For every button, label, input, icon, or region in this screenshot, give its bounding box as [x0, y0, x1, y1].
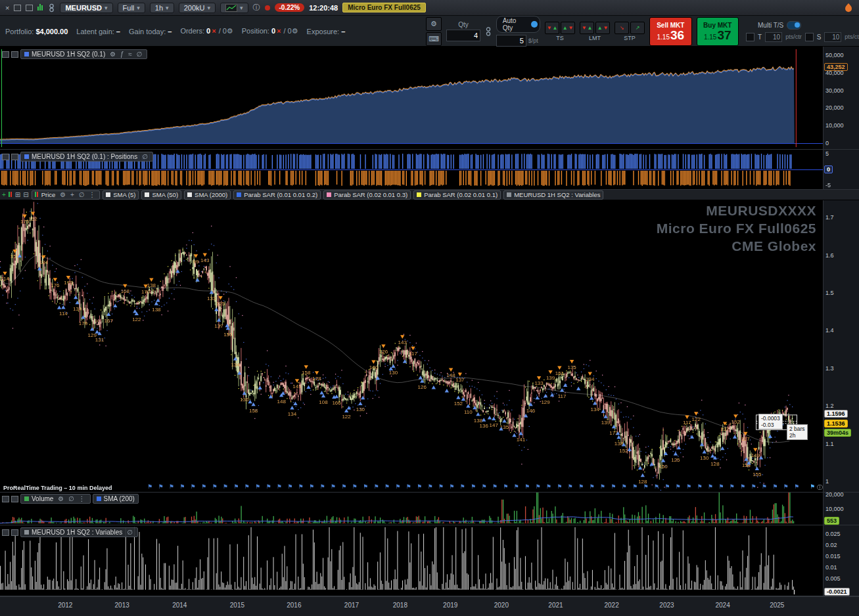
close-icon[interactable]: ×	[5, 4, 9, 12]
buy-ts-button[interactable]: ▲▼	[561, 22, 575, 34]
news-event-icon[interactable]: ⚑	[298, 483, 304, 490]
news-event-icon[interactable]: ⚑	[373, 483, 379, 490]
news-event-icon[interactable]: ⚑	[352, 483, 358, 490]
news-event-icon[interactable]: ⚑	[600, 483, 605, 490]
symbol-select[interactable]: MEURUSD▾	[60, 3, 112, 13]
news-event-icon[interactable]: ⚑	[481, 483, 486, 490]
expand-panel-icon[interactable]	[11, 51, 18, 58]
news-event-icon[interactable]: ⚑	[201, 483, 206, 490]
expand-icon[interactable]: ⊞	[15, 191, 20, 198]
panel-tool-icons[interactable]: ∅	[142, 153, 149, 160]
news-event-icon[interactable]: ⚑	[783, 483, 789, 490]
news-event-icon[interactable]: ⚑	[697, 483, 702, 490]
price-tool-icons[interactable]: ⚙ + ∅ ⋮	[60, 191, 97, 198]
indicator-chip-7[interactable]: MEURUSD 1H SQ2 : Variables	[503, 190, 603, 200]
sell-market-button[interactable]: Sell MKT 1.1536	[649, 17, 691, 46]
news-event-icon[interactable]: ⚑	[794, 483, 799, 490]
keyboard-button[interactable]: ⌨	[426, 32, 442, 46]
news-event-icon[interactable]: ⚑	[664, 483, 670, 490]
auto-qty-toggle[interactable]: Auto Qty	[496, 16, 540, 33]
position-settings-icon[interactable]: ⚙	[292, 27, 298, 35]
indicator-chip-1[interactable]: SMA (5)	[103, 190, 139, 200]
news-event-icon[interactable]: ⚑	[708, 483, 713, 490]
orders-settings-icon[interactable]: ⚙	[227, 27, 233, 35]
buy-stp-button[interactable]: ↗	[630, 22, 645, 34]
target-points-input[interactable]	[765, 32, 782, 42]
news-event-icon[interactable]: ⚑	[331, 483, 336, 490]
news-event-icon[interactable]: ⚑	[341, 483, 346, 490]
expand-panel-icon[interactable]	[11, 154, 18, 160]
collapse-icon[interactable]: ⊟	[23, 191, 28, 198]
multi-ts-toggle[interactable]	[787, 21, 801, 30]
news-event-icon[interactable]: ⚑	[438, 483, 444, 490]
expand-panel-icon[interactable]	[11, 496, 18, 502]
news-event-icon[interactable]: ⚑	[730, 483, 735, 490]
panel-tool-icons[interactable]: ⚙ ƒ ≈ ∅	[110, 51, 143, 58]
news-event-icon[interactable]: ⚑	[212, 483, 217, 490]
volume-sma-chip[interactable]: SMA (200)	[93, 494, 139, 504]
risk-per-point-input[interactable]	[496, 35, 526, 47]
news-event-icon[interactable]: ⚑	[266, 483, 271, 490]
news-event-icon[interactable]: ⚑	[524, 483, 530, 490]
news-event-icon[interactable]: ⚑	[406, 483, 411, 490]
panel-tool-icons[interactable]: ∅	[127, 529, 134, 536]
news-event-icon[interactable]: ⚑	[255, 483, 260, 490]
indicator-chip-6[interactable]: Parab SAR (0.02 0.01 0.1)	[413, 190, 501, 200]
news-event-icon[interactable]: ⚑	[319, 483, 325, 490]
maximize-icon[interactable]	[26, 5, 33, 11]
add-indicator-icon[interactable]: +	[2, 191, 6, 198]
cancel-orders-icon[interactable]: ×	[212, 27, 216, 35]
link-qty-icon[interactable]	[485, 26, 492, 37]
news-event-icon[interactable]: ⚑	[449, 483, 454, 490]
news-event-icon[interactable]: ⚑	[492, 483, 498, 490]
news-event-icon[interactable]: ⚑	[740, 483, 745, 490]
news-event-icon[interactable]: ⚑	[718, 483, 724, 490]
collapse-panel-icon[interactable]	[2, 496, 9, 502]
equity-chart-canvas[interactable]	[0, 47, 823, 150]
stop-checkbox[interactable]	[805, 33, 814, 41]
minimize-icon[interactable]	[14, 5, 21, 11]
news-event-icon[interactable]: ⚑	[158, 483, 163, 490]
news-event-icon[interactable]: ⚑	[546, 483, 551, 490]
news-event-icon[interactable]: ⚑	[384, 483, 390, 490]
news-event-icon[interactable]: ⚑	[460, 483, 465, 490]
buy-lmt-button[interactable]: ▲▼	[595, 22, 610, 34]
indicator-chip-0[interactable]: Price⚙ + ∅ ⋮	[32, 190, 101, 200]
news-event-icon[interactable]: ⚑	[223, 483, 228, 490]
chart-style-select[interactable]: ▾	[220, 3, 248, 13]
news-event-icon[interactable]: ⚑	[471, 483, 476, 490]
target-checkbox[interactable]	[746, 33, 755, 41]
news-event-icon[interactable]: ⚑	[179, 483, 185, 490]
mode-select[interactable]: Full▾	[118, 3, 145, 13]
units-select[interactable]: 200kU▾	[179, 3, 216, 13]
news-event-icon[interactable]: ⚑	[233, 483, 239, 490]
equity-title-chip[interactable]: MEURUSD 1H SQ2 (0.1) ⚙ ƒ ≈ ∅	[20, 49, 147, 59]
news-event-icon[interactable]: ⚑	[395, 483, 400, 490]
indicator-chip-5[interactable]: Parab SAR (0.02 0.01 0.3)	[323, 190, 411, 200]
news-info-icon[interactable]: ⓘ	[817, 483, 823, 492]
collapse-panel-icon[interactable]	[2, 154, 9, 160]
stop-points-input[interactable]	[824, 32, 841, 42]
news-event-icon[interactable]: ⚑	[686, 483, 691, 490]
timeframe-select[interactable]: 1h▾	[150, 3, 174, 13]
news-event-icon[interactable]: ⚑	[611, 483, 616, 490]
news-event-icon[interactable]: ⚑	[191, 483, 196, 490]
sell-ts-button[interactable]: ▼▲	[545, 22, 559, 34]
news-event-icon[interactable]: ⚑	[287, 483, 292, 490]
news-event-icon[interactable]: ⚑	[363, 483, 368, 490]
expand-panel-icon[interactable]	[11, 529, 18, 536]
news-event-icon[interactable]: ⚑	[277, 483, 282, 490]
variables-title-chip[interactable]: MEURUSD 1H SQ2 : Variables ∅	[20, 527, 138, 537]
collapse-panel-icon[interactable]	[2, 51, 9, 58]
collapse-panel-icon[interactable]	[2, 529, 9, 536]
news-event-icon[interactable]: ⚑	[589, 483, 594, 490]
news-event-icon[interactable]: ⚑	[309, 483, 314, 490]
news-event-icon[interactable]: ⚑	[147, 483, 152, 490]
news-event-icon[interactable]: ⚑	[503, 483, 508, 490]
buy-market-button[interactable]: Buy MKT 1.1537	[697, 17, 739, 46]
qty-input[interactable]	[446, 30, 480, 41]
news-event-icon[interactable]: ⚑	[557, 483, 562, 490]
indicator-chip-2[interactable]: SMA (50)	[141, 190, 181, 200]
news-event-icon[interactable]: ⚑	[772, 483, 778, 490]
close-position-icon[interactable]: ×	[277, 27, 281, 35]
